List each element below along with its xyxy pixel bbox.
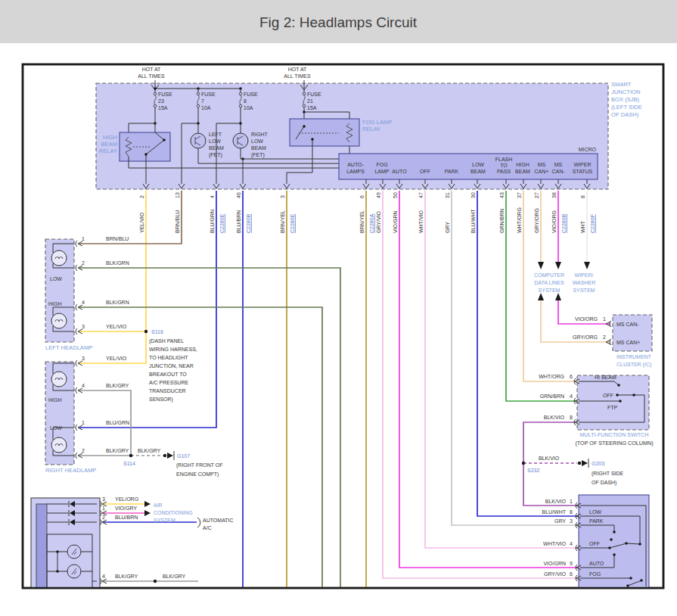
svg-text:BRN/BLU: BRN/BLU	[106, 236, 129, 241]
svg-text:BLU/WHT: BLU/WHT	[542, 509, 567, 515]
svg-text:15A: 15A	[307, 105, 317, 110]
svg-text:(RIGHT FRONT OF: (RIGHT FRONT OF	[176, 462, 223, 468]
svg-text:COMPUTER: COMPUTER	[534, 272, 564, 278]
svg-text:3: 3	[82, 324, 85, 329]
svg-text:37: 37	[517, 192, 522, 198]
svg-text:4: 4	[82, 300, 85, 305]
svg-text:FTP: FTP	[607, 405, 618, 410]
svg-text:BEAM: BEAM	[470, 169, 486, 174]
svg-text:TO: TO	[500, 163, 508, 168]
svg-text:VIO/ORG: VIO/ORG	[575, 316, 598, 322]
svg-text:9: 9	[570, 561, 573, 566]
svg-text:AIR: AIR	[154, 502, 163, 508]
svg-text:2: 2	[603, 334, 606, 340]
svg-text:2: 2	[139, 195, 144, 198]
svg-text:4: 4	[570, 541, 573, 546]
svg-text:WIPER/: WIPER/	[575, 272, 594, 278]
svg-text:WHT/ORG: WHT/ORG	[539, 374, 564, 379]
svg-text:A/C PRESSURE: A/C PRESSURE	[149, 380, 188, 385]
headlamp-switch: LOW PARK OFF AUTO FOG BLK/VIO1 BLU/WHT8 …	[542, 495, 650, 588]
svg-text:3: 3	[102, 496, 105, 502]
svg-text:OF DASH): OF DASH)	[611, 111, 639, 118]
svg-text:WHT/VIO: WHT/VIO	[543, 541, 566, 546]
svg-text:SYSTEM: SYSTEM	[573, 288, 595, 293]
svg-text:BLK/GRN: BLK/GRN	[106, 260, 129, 266]
svg-text:10A: 10A	[244, 105, 253, 110]
svg-text:3: 3	[82, 356, 85, 361]
svg-text:BLK/GRY: BLK/GRY	[163, 574, 186, 579]
svg-text:(FET): (FET)	[251, 152, 265, 158]
svg-text:SYSTEM: SYSTEM	[539, 288, 561, 293]
svg-text:HOT AT: HOT AT	[288, 67, 307, 72]
svg-text:FOG LAMP: FOG LAMP	[362, 119, 392, 126]
svg-text:LOW: LOW	[209, 138, 221, 144]
svg-text:HI BEAM: HI BEAM	[595, 375, 616, 380]
svg-text:FUSE: FUSE	[158, 92, 172, 97]
svg-text:6: 6	[359, 195, 365, 198]
svg-text:FUSE: FUSE	[201, 92, 216, 97]
svg-text:G107: G107	[177, 453, 190, 459]
svg-text:3: 3	[280, 195, 285, 198]
svg-text:C2280E: C2280E	[290, 213, 295, 233]
svg-text:8: 8	[580, 195, 585, 198]
svg-text:BEAM: BEAM	[515, 169, 530, 174]
svg-text:23: 23	[158, 98, 164, 104]
svg-text:GRY/VIO: GRY/VIO	[376, 210, 381, 233]
title-bar: Fig 2: Headlamps Circuit	[0, 0, 677, 43]
svg-text:(FET): (FET)	[209, 152, 222, 158]
svg-text:YEL/VIO: YEL/VIO	[106, 356, 127, 361]
svg-text:STATUS: STATUS	[573, 169, 593, 174]
svg-text:GRY/VIO: GRY/VIO	[544, 571, 567, 577]
svg-text:PASS: PASS	[497, 169, 511, 174]
svg-text:ENGINE COMPT): ENGINE COMPT)	[176, 471, 219, 478]
svg-text:BLK/GRY: BLK/GRY	[106, 383, 129, 388]
svg-text:8: 8	[570, 415, 573, 420]
svg-text:VIO/GRN: VIO/GRN	[393, 210, 398, 233]
svg-text:HIGH: HIGH	[516, 162, 529, 167]
svg-text:8: 8	[570, 509, 573, 515]
svg-text:6: 6	[570, 374, 573, 379]
svg-text:YEL/ORG: YEL/ORG	[115, 496, 138, 502]
svg-text:AUTO: AUTO	[392, 169, 407, 174]
svg-text:LOW: LOW	[472, 162, 484, 167]
svg-text:CAN+: CAN+	[535, 169, 549, 174]
svg-text:MS CAN+: MS CAN+	[616, 340, 640, 345]
svg-text:BEAM: BEAM	[251, 145, 266, 151]
svg-text:50: 50	[393, 192, 398, 198]
svg-text:30: 30	[470, 192, 476, 198]
svg-text:27: 27	[534, 192, 539, 198]
svg-text:FLASH: FLASH	[495, 157, 513, 162]
svg-text:RELAY: RELAY	[362, 126, 380, 132]
svg-text:OFF: OFF	[603, 393, 613, 398]
svg-text:BOX (SJB): BOX (SJB)	[611, 96, 640, 103]
svg-text:(RIGHT SIDE: (RIGHT SIDE	[592, 471, 624, 477]
svg-text:LOW: LOW	[50, 276, 62, 282]
svg-text:4: 4	[102, 574, 105, 579]
svg-text:2: 2	[102, 515, 105, 520]
svg-text:BLU/BRN: BLU/BRN	[236, 210, 241, 233]
svg-text:C2280B: C2280B	[246, 213, 251, 233]
svg-text:ALL TIMES: ALL TIMES	[284, 73, 311, 79]
svg-text:C2280E: C2280E	[219, 213, 225, 233]
svg-text:HIGH: HIGH	[48, 301, 62, 306]
svg-text:INSTRUMENT: INSTRUMENT	[616, 354, 652, 359]
svg-text:SYSTEM: SYSTEM	[154, 518, 175, 523]
svg-text:OFF: OFF	[420, 169, 430, 174]
svg-text:BLK/GRY: BLK/GRY	[138, 448, 161, 453]
svg-text:3: 3	[570, 518, 573, 524]
svg-text:(TOP OF STEERING COLUMN): (TOP OF STEERING COLUMN)	[575, 440, 653, 446]
svg-text:HOT AT: HOT AT	[142, 67, 161, 72]
svg-text:(LEFT SIDE: (LEFT SIDE	[611, 104, 642, 110]
svg-text:ALL TIMES: ALL TIMES	[138, 73, 165, 79]
svg-text:LAMP: LAMP	[374, 169, 389, 174]
page-title: Fig 2: Headlamps Circuit	[259, 14, 418, 30]
micro-label: MICRO	[579, 147, 597, 152]
svg-text:BLU/GRN: BLU/GRN	[106, 420, 129, 425]
svg-text:BLU/BRN: BLU/BRN	[115, 515, 138, 520]
svg-text:2: 2	[82, 448, 85, 453]
svg-text:4: 4	[82, 383, 85, 388]
svg-text:HIGH: HIGH	[48, 397, 62, 403]
left-headlamp-label: LEFT HEADLAMP	[45, 344, 92, 351]
svg-text:AUTOMATIC: AUTOMATIC	[203, 518, 234, 523]
smart-junction-box: HOT AT ALL TIMES HOT AT ALL TIMES SMART …	[96, 67, 642, 189]
